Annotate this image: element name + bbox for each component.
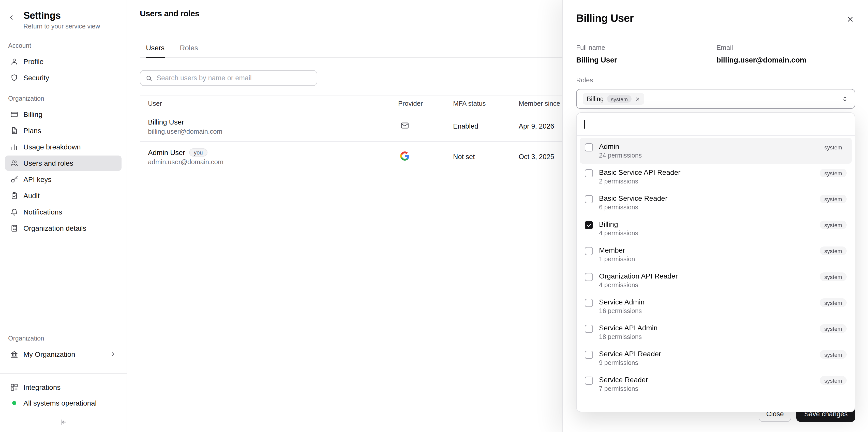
roles-label: Roles — [576, 76, 855, 84]
sidebar-item-label: Billing — [23, 110, 42, 119]
role-scope-badge: system — [820, 246, 847, 255]
shield-icon — [10, 74, 18, 82]
sidebar-item-users-and-roles[interactable]: Users and roles — [5, 156, 122, 171]
role-permissions: 2 permissions — [599, 178, 681, 185]
sidebar-subtitle[interactable]: Return to your service view — [23, 23, 119, 30]
sidebar-item-integrations[interactable]: Integrations — [5, 380, 122, 395]
role-scope-badge: system — [608, 95, 631, 103]
role-scope-badge: system — [820, 221, 847, 229]
role-option-basic-service-api-reader[interactable]: Basic Service API Reader 2 permissions s… — [580, 164, 852, 190]
column-header-mfa-status[interactable]: MFA status — [453, 100, 519, 107]
tab-users[interactable]: Users — [146, 44, 164, 58]
sidebar-item-security[interactable]: Security — [5, 70, 122, 86]
role-name: Organization API Reader — [599, 272, 678, 280]
selected-role-name: Billing — [587, 95, 604, 102]
key-icon — [10, 175, 18, 184]
collapse-sidebar-icon[interactable] — [60, 418, 67, 426]
sidebar-item-label: Profile — [23, 58, 43, 66]
roles-multiselect[interactable]: Billing system — [576, 89, 855, 109]
checkbox-unchecked-icon[interactable] — [585, 273, 593, 281]
role-name: Basic Service Reader — [599, 194, 668, 202]
sidebar-title: Settings — [23, 10, 119, 21]
search-icon — [146, 74, 153, 81]
remove-role-icon[interactable] — [635, 96, 640, 101]
user-cell: Billing User billing.user@domain.com — [140, 118, 398, 135]
role-option-billing[interactable]: Billing 4 permissions system — [580, 215, 852, 241]
checkbox-unchecked-icon[interactable] — [585, 247, 593, 255]
role-option-basic-service-reader[interactable]: Basic Service Reader 6 permissions syste… — [580, 190, 852, 215]
role-name: Service Reader — [599, 375, 648, 384]
role-permissions: 9 permissions — [599, 359, 661, 366]
role-permissions: 24 permissions — [599, 152, 642, 159]
tab-roles[interactable]: Roles — [180, 44, 198, 58]
role-scope-badge: system — [820, 376, 847, 385]
roles-dropdown-search[interactable] — [577, 113, 855, 136]
role-scope-badge: system — [820, 143, 847, 152]
sidebar-item-audit[interactable]: Audit — [5, 188, 122, 203]
column-header-provider[interactable]: Provider — [398, 100, 453, 107]
chevrons-up-down-icon — [841, 95, 849, 103]
text-cursor — [584, 120, 585, 128]
sidebar-section-organization: Organization — [0, 86, 127, 106]
sidebar-item-usage-breakdown[interactable]: Usage breakdown — [5, 139, 122, 155]
checkbox-unchecked-icon[interactable] — [585, 143, 593, 152]
sidebar-item-api-keys[interactable]: API keys — [5, 172, 122, 187]
clipboard-check-icon — [10, 192, 18, 200]
blocks-icon — [10, 383, 18, 391]
app-window: Settings Return to your service view Acc… — [0, 0, 868, 432]
chevron-right-icon — [109, 351, 117, 358]
system-status-row[interactable]: All systems operational — [5, 395, 122, 411]
status-dot-icon — [10, 399, 18, 407]
sidebar-item-label: Notifications — [23, 208, 62, 216]
mfa-status-cell: Not set — [453, 153, 519, 161]
role-permissions: 7 permissions — [599, 385, 648, 392]
sidebar-item-profile[interactable]: Profile — [5, 54, 122, 69]
checkbox-checked-icon[interactable] — [585, 221, 593, 229]
checkbox-unchecked-icon[interactable] — [585, 376, 593, 385]
settings-sidebar: Settings Return to your service view Acc… — [0, 0, 127, 432]
user-cell: Admin User you admin.user@domain.com — [140, 148, 398, 165]
sidebar-item-label: Security — [23, 74, 49, 82]
role-option-admin[interactable]: Admin 24 permissions system — [580, 138, 852, 164]
roles-option-list: Admin 24 permissions system Basic Servic… — [577, 136, 855, 399]
checkbox-unchecked-icon[interactable] — [585, 299, 593, 307]
role-option-member[interactable]: Member 1 permission system — [580, 241, 852, 267]
user-search[interactable] — [140, 70, 317, 86]
role-option-service-reader[interactable]: Service Reader 7 permissions system — [580, 371, 852, 397]
role-option-service-admin[interactable]: Service Admin 16 permissions system — [580, 293, 852, 319]
checkbox-unchecked-icon[interactable] — [585, 351, 593, 359]
role-scope-badge: system — [820, 350, 847, 359]
user-name: Admin User — [148, 148, 185, 156]
checkbox-unchecked-icon[interactable] — [585, 325, 593, 333]
back-chevron-icon[interactable] — [8, 14, 15, 21]
checkbox-unchecked-icon[interactable] — [585, 169, 593, 177]
sidebar-item-plans[interactable]: Plans — [5, 123, 122, 138]
user-name: Billing User — [148, 118, 184, 126]
field-value: billing.user@domain.com — [716, 56, 855, 64]
sidebar-item-billing[interactable]: Billing — [5, 107, 122, 122]
search-input[interactable] — [157, 74, 312, 82]
sidebar-section-organization-switcher: Organization — [0, 326, 127, 346]
role-permissions: 1 permission — [599, 256, 635, 263]
role-option-service-api-admin[interactable]: Service API Admin 18 permissions system — [580, 319, 852, 345]
role-option-organization-api-reader[interactable]: Organization API Reader 4 permissions sy… — [580, 267, 852, 293]
role-permissions: 16 permissions — [599, 307, 645, 314]
checkbox-unchecked-icon[interactable] — [585, 195, 593, 203]
selected-role-tag: Billing system — [583, 93, 644, 105]
field-label: Email — [716, 44, 855, 51]
field-full-name: Full name Billing User — [576, 44, 716, 64]
role-name: Billing — [599, 220, 638, 228]
role-permissions: 4 permissions — [599, 281, 678, 289]
role-option-service-api-reader[interactable]: Service API Reader 9 permissions system — [580, 345, 852, 371]
sidebar-item-notifications[interactable]: Notifications — [5, 204, 122, 220]
panel-title: Billing User — [576, 12, 855, 24]
users-icon — [10, 159, 18, 167]
provider-cell — [398, 121, 453, 132]
close-icon[interactable] — [846, 15, 854, 23]
role-name: Service API Admin — [599, 324, 657, 332]
sidebar-item-label: My Organization — [23, 350, 75, 358]
column-header-user[interactable]: User — [140, 100, 398, 107]
sidebar-item-my-organization[interactable]: My Organization — [5, 346, 122, 362]
sidebar-item-organization-details[interactable]: Organization details — [5, 221, 122, 236]
google-provider-icon — [400, 152, 409, 161]
